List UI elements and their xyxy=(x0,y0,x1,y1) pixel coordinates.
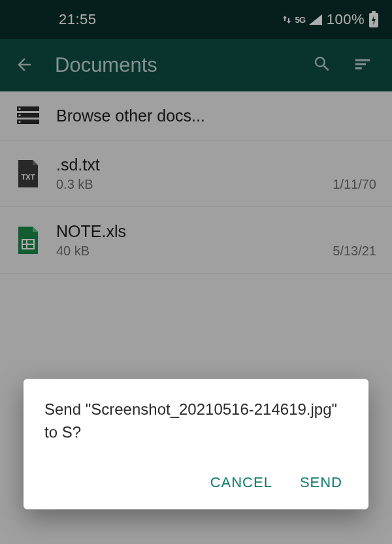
dialog-message: Send "Screenshot_20210516-214619.jpg" to… xyxy=(44,398,348,444)
cancel-button[interactable]: CANCEL xyxy=(210,474,272,491)
send-button[interactable]: SEND xyxy=(300,474,342,491)
send-confirm-dialog: Send "Screenshot_20210516-214619.jpg" to… xyxy=(24,379,368,509)
